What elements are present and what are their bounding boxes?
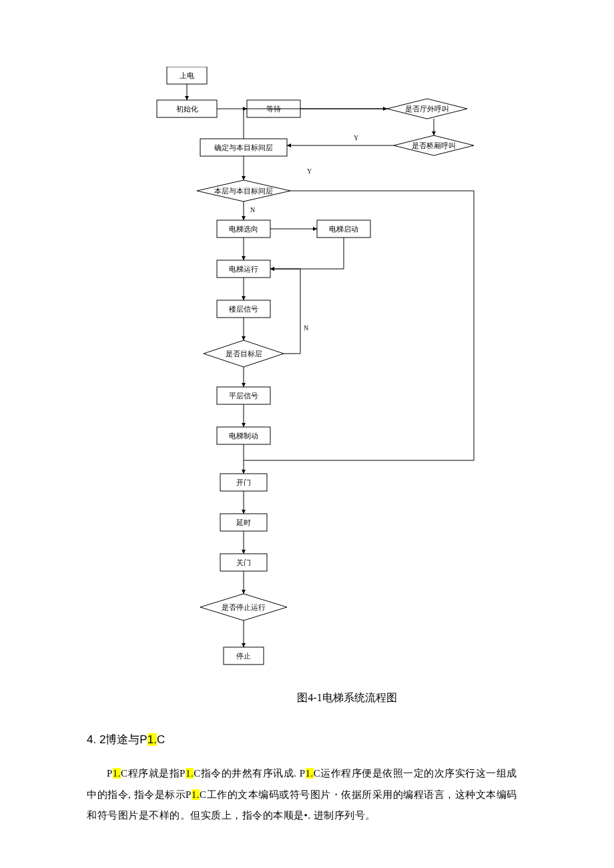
node-level-signal: 平层信号 [229,392,258,400]
figure-caption: 图4-1电梯系统流程图 [167,691,527,705]
para-hl-4: 1. [192,789,200,800]
edge-n-2: N [304,324,308,332]
node-car-call: 是否桥厢呼叫 [412,141,456,149]
node-run: 电梯运行 [229,265,258,273]
node-stop: 停止 [236,652,251,660]
heading-text-suffix: C [157,733,165,746]
node-same-floor: 本层与本目标间层 [214,187,273,195]
node-direction: 电梯选向 [229,225,258,233]
heading-text-prefix: 4. 2博途与P [87,733,147,746]
para-hl-2: 1. [186,768,194,779]
node-start: 电梯启动 [329,225,358,233]
para-hl-3: 1. [306,768,314,779]
node-determine: 确定与本目标间层 [214,143,273,151]
para-seg-1: P [107,768,113,779]
document-page: 上电 初始化 等待 是否厅外呼叫 是否桥厢呼叫 确定与本目标间层 本层与本目标间… [0,0,614,868]
flowchart-diagram: 上电 初始化 等待 是否厅外呼叫 是否桥厢呼叫 确定与本目标间层 本层与本目标间… [154,67,487,687]
node-brake: 电梯制动 [229,432,258,440]
node-hall-call: 是否厅外呼叫 [405,105,449,113]
section-heading: 4. 2博途与P1.C [87,732,527,747]
node-floor-signal: 楼层信号 [229,305,258,313]
para-seg-3: C指令的井然有序讯成. P [194,768,305,779]
node-init: 初始化 [176,105,198,113]
body-paragraph: P1.C程序就是指P1.C指令的井然有序讯成. P1.C运作程序便是依照一定的次… [87,763,527,827]
para-seg-2: C程序就是指P [121,768,186,779]
node-power-on: 上电 [180,71,194,79]
node-close: 关门 [236,558,251,566]
node-delay: 延时 [236,518,251,526]
node-stop-check: 是否停止运行 [222,603,266,611]
node-open: 开门 [236,478,251,486]
edge-y-1: Y [307,167,312,175]
node-wait: 等待 [266,105,281,113]
heading-highlight: 1. [147,733,157,746]
edge-n-1: N [250,206,255,213]
para-hl-1: 1. [113,768,121,779]
node-target-floor: 是否目标层 [226,350,262,358]
edge-y-2: Y [354,134,358,141]
